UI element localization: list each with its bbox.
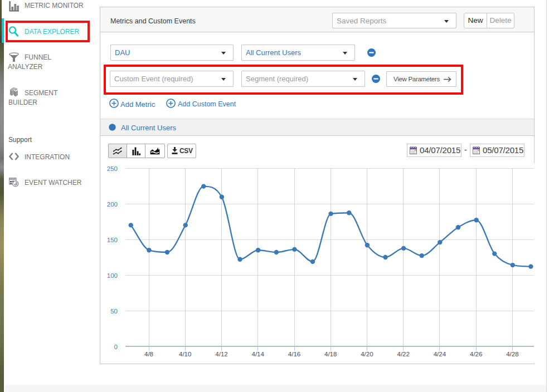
svg-text:4/26: 4/26: [470, 351, 482, 357]
svg-text:100: 100: [107, 272, 118, 279]
svg-text:0: 0: [114, 344, 118, 350]
svg-text:150: 150: [107, 237, 118, 243]
svg-text:4/24: 4/24: [434, 351, 446, 357]
svg-text:250: 250: [107, 165, 118, 172]
svg-text:4/28: 4/28: [506, 351, 518, 357]
svg-text:200: 200: [107, 201, 118, 208]
svg-text:4/20: 4/20: [361, 351, 373, 357]
svg-text:4/12: 4/12: [215, 351, 227, 357]
svg-text:4/8: 4/8: [144, 351, 153, 357]
svg-text:4/18: 4/18: [324, 351, 337, 357]
svg-text:4/14: 4/14: [252, 351, 265, 357]
svg-text:4/10: 4/10: [179, 351, 191, 357]
svg-text:4/22: 4/22: [397, 351, 410, 357]
svg-text:50: 50: [110, 308, 118, 315]
svg-text:4/16: 4/16: [288, 351, 300, 357]
